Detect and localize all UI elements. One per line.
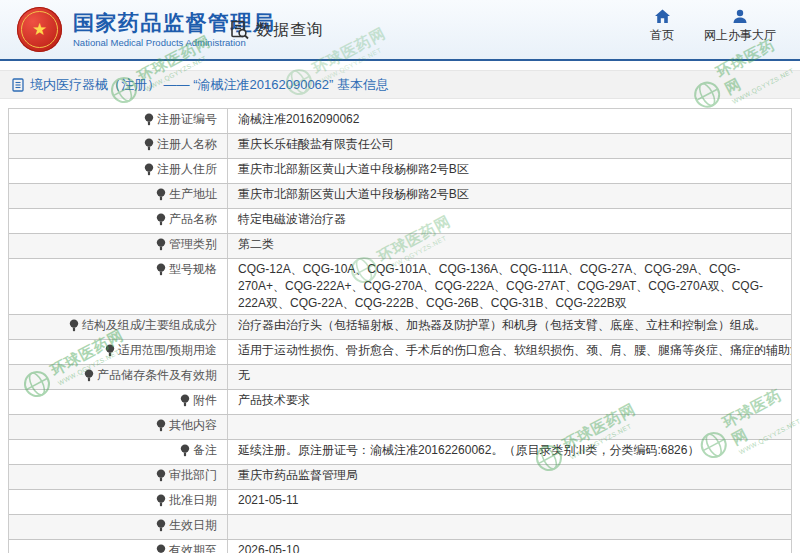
note-bulb-icon [180,394,190,407]
row-label: 管理类别 [9,234,227,258]
nav-service-hall-label: 网上办事大厅 [704,27,776,44]
header: 国家药品监督管理局 National Medical Products Admi… [0,0,800,61]
row-label-text: 型号规格 [169,261,217,278]
row-value: 产品技术要求 [227,390,791,414]
row-value: 延续注册。原注册证号：渝械注准20162260062。（原目录类别:II类，分类… [227,440,791,464]
table-row: 注册证编号 渝械注准20162090062 [9,109,791,134]
table-row: 生产地址 重庆市北部新区黄山大道中段杨柳路2号B区 [9,184,791,209]
table-row: 其他内容 [9,415,791,440]
row-label: 生产地址 [9,184,227,208]
row-label: 型号规格 [9,259,227,314]
note-bulb-icon [156,469,166,482]
row-value: 无 [227,365,791,389]
nmpa-emblem-logo [17,7,62,52]
row-label-text: 有效期至 [169,542,217,553]
table-row: 生效日期 [9,515,791,540]
note-bulb-icon [156,213,166,226]
row-label: 备注 [9,440,227,464]
row-label: 批准日期 [9,490,227,514]
row-value: 重庆市北部新区黄山大道中段杨柳路2号B区 [227,184,791,208]
table-row: 批准日期 2021-05-11 [9,490,791,515]
data-query-nav[interactable]: 数据查询 [229,19,324,40]
row-value: 重庆长乐硅酸盐有限责任公司 [227,134,791,158]
row-value: 渝械注准20162090062 [227,109,791,133]
row-value: 2021-05-11 [227,490,791,514]
row-label-text: 批准日期 [169,492,217,509]
row-label: 其他内容 [9,415,227,439]
user-icon [732,9,748,24]
table-row: 审批部门 重庆市药品监督管理局 [9,465,791,490]
note-bulb-icon [156,519,166,532]
row-value: 2026-05-10 [227,540,791,553]
row-label-text: 其他内容 [169,417,217,434]
table-row: 产品名称 特定电磁波谱治疗器 [9,209,791,234]
row-label: 注册证编号 [9,109,227,133]
row-label: 注册人住所 [9,159,227,183]
row-label-text: 审批部门 [169,467,217,484]
row-label-text: 产品储存条件及有效期 [97,367,217,384]
row-label: 产品名称 [9,209,227,233]
table-row: 注册人名称 重庆长乐硅酸盐有限责任公司 [9,134,791,159]
row-label-text: 生效日期 [169,517,217,534]
note-bulb-icon [156,263,166,276]
nav-home[interactable]: 首页 [650,9,674,44]
row-label-text: 产品名称 [169,211,217,228]
note-bulb-icon [156,494,166,507]
row-label: 有效期至 [9,540,227,553]
row-label: 生效日期 [9,515,227,539]
row-label-text: 注册人名称 [157,136,217,153]
note-bulb-icon [156,544,166,553]
note-bulb-icon [156,188,166,201]
table-row: 注册人住所 重庆市北部新区黄山大道中段杨柳路2号B区 [9,159,791,184]
table-row: 有效期至 2026-05-10 [9,540,791,553]
table-row: 备注 延续注册。原注册证号：渝械注准20162260062。（原目录类别:II类… [9,440,791,465]
row-value: 第二类 [227,234,791,258]
table-row: 管理类别 第二类 [9,234,791,259]
nav-home-label: 首页 [650,27,674,44]
row-label-text: 结构及组成/主要组成成分 [82,317,217,334]
home-icon [654,9,671,24]
row-label-text: 注册人住所 [157,161,217,178]
row-label-text: 生产地址 [169,186,217,203]
row-value: CQG-12A、CQG-10A、CQG-101A、CQG-136A、CQG-11… [227,259,791,314]
document-icon [12,78,24,92]
row-label-text: 管理类别 [169,236,217,253]
row-label-text: 适用范围/预期用途 [118,342,217,359]
top-nav: 首页 网上办事大厅 [650,9,776,44]
table-row: 产品储存条件及有效期 无 [9,365,791,390]
table-row: 结构及组成/主要组成成分 治疗器由治疗头（包括辐射板、加热器及防护罩）和机身（包… [9,315,791,340]
row-label: 产品储存条件及有效期 [9,365,227,389]
data-query-label: 数据查询 [256,19,324,40]
note-bulb-icon [84,369,94,382]
row-label-text: 注册证编号 [157,111,217,128]
row-value: 治疗器由治疗头（包括辐射板、加热器及防护罩）和机身（包括支臂、底座、立柱和控制盒… [227,315,791,339]
breadcrumb-text: 境内医疗器械（注册） —— “渝械注准20162090062” 基本信息 [30,76,389,94]
note-bulb-icon [144,113,154,126]
table-row: 附件 产品技术要求 [9,390,791,415]
row-value: 重庆市药品监督管理局 [227,465,791,489]
row-label: 结构及组成/主要组成成分 [9,315,227,339]
nav-service-hall[interactable]: 网上办事大厅 [704,9,776,44]
row-label: 审批部门 [9,465,227,489]
data-query-icon [229,19,250,40]
note-bulb-icon [180,444,190,457]
row-label: 附件 [9,390,227,414]
note-bulb-icon [144,138,154,151]
note-bulb-icon [105,344,115,357]
row-label: 适用范围/预期用途 [9,340,227,364]
table-row: 适用范围/预期用途 适用于运动性损伤、骨折愈合、手术后的伤口愈合、软组织损伤、颈… [9,340,791,365]
row-value [227,515,791,539]
row-value [227,415,791,439]
breadcrumb: 境内医疗器械（注册） —— “渝械注准20162090062” 基本信息 [0,70,800,99]
row-label-text: 附件 [193,392,217,409]
note-bulb-icon [69,319,79,332]
info-table: 注册证编号 渝械注准20162090062 注册人名称 重庆长乐硅酸盐有限责任公… [8,108,792,553]
table-row: 型号规格 CQG-12A、CQG-10A、CQG-101A、CQG-136A、C… [9,259,791,315]
note-bulb-icon [156,238,166,251]
row-label-text: 备注 [193,442,217,459]
row-label: 注册人名称 [9,134,227,158]
note-bulb-icon [156,419,166,432]
note-bulb-icon [144,163,154,176]
row-value: 重庆市北部新区黄山大道中段杨柳路2号B区 [227,159,791,183]
row-value: 适用于运动性损伤、骨折愈合、手术后的伤口愈合、软组织损伤、颈、肩、腰、腿痛等炎症… [227,340,791,364]
